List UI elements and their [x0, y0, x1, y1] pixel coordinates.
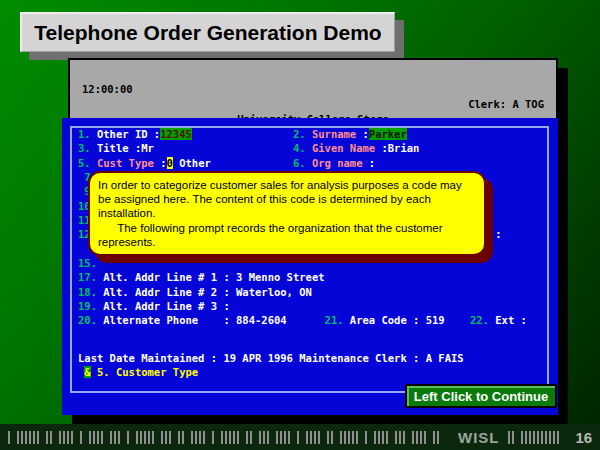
terminal-text-segment — [154, 142, 293, 154]
terminal-screen: 1. Other ID :12345 2. Surname :Parker3. … — [62, 118, 558, 415]
terminal-text-segment: Title :Mr — [97, 142, 154, 154]
slide-background: Telephone Order Generation Demo 12:00:00… — [0, 0, 600, 450]
barcode-group — [412, 431, 428, 444]
barcode-group — [136, 431, 156, 444]
terminal-text-segment: : — [369, 157, 375, 169]
terminal-text-segment: 4. — [293, 142, 312, 154]
terminal-text-segment: 17. — [78, 271, 103, 283]
continue-button[interactable]: Left Click to Continue — [405, 384, 557, 408]
terminal-text-segment — [211, 157, 293, 169]
barcode-group — [80, 431, 84, 444]
terminal-text-segment: Org name — [312, 157, 369, 169]
terminal-text-segment: :Brian — [381, 142, 419, 154]
tooltip-line: be assigned here. The content of this co… — [98, 192, 476, 206]
terminal-line: & 5. Customer Type — [78, 366, 198, 378]
terminal-text-segment: Alternate Phone : 884-2604 — [103, 314, 286, 326]
barcode-group — [327, 431, 335, 444]
terminal-text-segment: Ext : — [495, 314, 527, 326]
terminal-text-segment: 15. — [78, 257, 97, 269]
barcode-group — [521, 431, 561, 444]
footer-barcode-left — [8, 430, 454, 444]
terminal-text-segment — [192, 128, 293, 140]
terminal-line: 19. Alt. Addr Line # 3 : — [78, 300, 230, 312]
terminal-line: Last Date Maintained : 19 APR 1996 Maint… — [78, 352, 464, 364]
terminal-text-segment: 22. — [470, 314, 495, 326]
terminal-text-segment: 5. — [78, 157, 97, 169]
barcode-group — [433, 431, 441, 444]
footer-brand: WISL — [458, 429, 500, 446]
terminal-text-segment: Cust Type — [97, 157, 160, 169]
barcode-group — [161, 431, 173, 444]
terminal-text-segment: Parker — [369, 128, 407, 140]
terminal-text-segment: 6. — [293, 157, 312, 169]
terminal-line: 1. Other ID :12345 2. Surname :Parker — [78, 128, 407, 140]
barcode-group — [259, 431, 271, 444]
barcode-group — [508, 431, 516, 444]
terminal-text-segment: Area Code : 519 — [350, 314, 445, 326]
terminal-text-segment: 12345 — [160, 128, 192, 140]
terminal-text-segment: Surname — [312, 128, 363, 140]
barcode-group — [276, 431, 292, 444]
barcode-group — [127, 431, 131, 444]
barcode-group — [374, 431, 390, 444]
barcode-group — [110, 431, 122, 444]
terminal-text-segment: 1. — [78, 128, 97, 140]
terminal-line: 20. Alternate Phone : 884-2604 21. Area … — [78, 314, 527, 326]
tooltip-line: The following prompt records the organiz… — [98, 221, 476, 235]
barcode-group — [8, 431, 12, 444]
terminal-line: 17. Alt. Addr Line # 1 : 3 Menno Street — [78, 271, 325, 283]
terminal-text-segment: 21. — [325, 314, 350, 326]
barcode-group — [306, 431, 322, 444]
terminal-text-segment: Other ID : — [97, 128, 160, 140]
terminal-text-segment: 19. — [78, 300, 103, 312]
terminal-text-segment — [445, 314, 470, 326]
tooltip-line: In order to categorize customer sales fo… — [98, 178, 476, 192]
terminal-text-segment — [287, 314, 325, 326]
terminal-line: 3. Title :Mr 4. Given Name :Brian — [78, 142, 419, 154]
page-number: 16 — [576, 429, 593, 446]
barcode-group — [17, 431, 41, 444]
footer-barcode-right — [508, 430, 566, 444]
terminal-text-segment: 2. — [293, 128, 312, 140]
terminal-header: 12:00:00 University College Store 12 SEP… — [68, 58, 558, 122]
barcode-group — [191, 431, 207, 444]
barcode-group — [365, 431, 369, 444]
terminal-text-segment: Alt. Addr Line # 2 : Waterloo, ON — [103, 286, 312, 298]
terminal-text-segment: Alt. Addr Line # 1 : 3 Menno Street — [103, 271, 324, 283]
footer-bar: WISL 16 — [0, 424, 600, 450]
terminal-line: 18. Alt. Addr Line # 2 : Waterloo, ON — [78, 286, 312, 298]
terminal-text-segment: 18. — [78, 286, 103, 298]
barcode-group — [297, 431, 301, 444]
barcode-group — [340, 431, 360, 444]
terminal-text-segment: Last Date Maintained : 19 APR 1996 Maint… — [78, 352, 464, 364]
terminal-text-segment: Alt. Addr Line # 3 : — [103, 300, 229, 312]
barcode-group — [46, 431, 54, 444]
terminal-text-segment: : — [363, 128, 369, 140]
tooltip-line: represents. — [98, 235, 476, 249]
terminal-line: 15. — [78, 257, 97, 269]
tooltip-line: installation. — [98, 206, 476, 220]
terminal-text-segment: 20. — [78, 314, 103, 326]
terminal-text-segment: 5. Customer Type — [91, 366, 198, 378]
barcode-group — [212, 431, 216, 444]
terminal-line: 5. Cust Type :0 Other 6. Org name : — [78, 157, 375, 169]
terminal-text-segment: : — [160, 157, 166, 169]
barcode-group — [178, 431, 186, 444]
barcode-group — [89, 431, 105, 444]
tooltip: In order to categorize customer sales fo… — [88, 171, 486, 256]
terminal-text-segment: 3. — [78, 142, 97, 154]
slide-title: Telephone Order Generation Demo — [34, 21, 381, 45]
terminal-text-segment: Given Name — [312, 142, 382, 154]
barcode-group — [246, 431, 254, 444]
barcode-group — [59, 431, 75, 444]
terminal-text-segment: Other — [173, 157, 211, 169]
continue-button-label: Left Click to Continue — [414, 389, 548, 404]
title-bar: Telephone Order Generation Demo — [20, 12, 395, 52]
barcode-group — [395, 431, 407, 444]
barcode-group — [221, 431, 241, 444]
terminal-lines: 1. Other ID :12345 2. Surname :Parker3. … — [78, 118, 558, 415]
tooltip-text: In order to categorize customer sales fo… — [98, 178, 476, 249]
